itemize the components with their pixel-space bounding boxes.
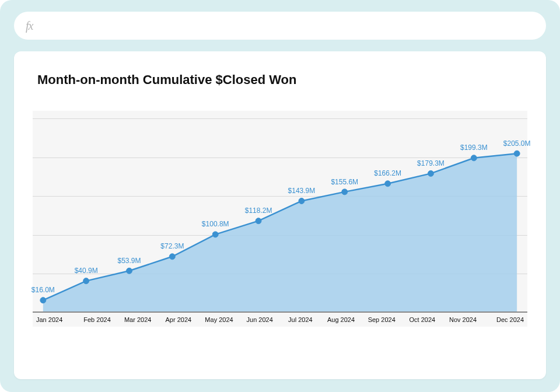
x-tick: Mar 2024: [117, 313, 158, 327]
x-tick: Dec 2024: [483, 313, 527, 327]
data-label: $199.3M: [460, 144, 488, 152]
chart-svg: [33, 111, 527, 313]
fx-icon: fx: [26, 19, 33, 33]
data-point[interactable]: [127, 268, 132, 274]
data-label: $155.6M: [331, 178, 358, 186]
x-tick: Aug 2024: [321, 313, 362, 327]
data-point[interactable]: [299, 198, 304, 204]
data-point[interactable]: [169, 254, 175, 260]
data-label: $72.3M: [160, 242, 184, 250]
chart-plot: $16.0M$40.9M$53.9M$72.3M$100.8M$118.2M$1…: [33, 111, 527, 327]
data-label: $53.9M: [118, 257, 141, 265]
x-tick: Jun 2024: [239, 313, 280, 327]
x-tick: Sep 2024: [361, 313, 402, 327]
data-point[interactable]: [83, 278, 89, 284]
x-tick: Apr 2024: [158, 313, 199, 327]
x-tick: Nov 2024: [443, 313, 484, 327]
data-point[interactable]: [212, 232, 218, 237]
area-fill: [43, 153, 517, 313]
data-label: $100.8M: [202, 220, 229, 228]
data-point[interactable]: [428, 170, 434, 176]
x-tick: Feb 2024: [77, 313, 118, 327]
data-point[interactable]: [471, 155, 477, 161]
data-label: $166.2M: [374, 169, 401, 177]
app-shell: fx Month-on-month Cumulative $Closed Won…: [0, 0, 560, 392]
data-label: $40.9M: [75, 267, 98, 275]
chart-card: Month-on-month Cumulative $Closed Won $1…: [14, 51, 546, 379]
data-label: $118.2M: [245, 206, 272, 215]
chart-title: Month-on-month Cumulative $Closed Won: [37, 72, 530, 88]
data-point[interactable]: [385, 181, 391, 187]
data-label: $143.9M: [288, 187, 316, 195]
x-tick: Jan 2024: [33, 313, 77, 327]
formula-bar[interactable]: fx: [14, 12, 546, 40]
data-label: $205.0M: [503, 139, 531, 148]
x-tick: Jul 2024: [280, 313, 321, 327]
x-tick: May 2024: [199, 313, 240, 327]
x-axis: Jan 2024Feb 2024Mar 2024Apr 2024May 2024…: [33, 313, 527, 327]
data-label: $16.0M: [32, 286, 55, 294]
data-point[interactable]: [40, 298, 46, 303]
chart-inner: $16.0M$40.9M$53.9M$72.3M$100.8M$118.2M$1…: [33, 111, 527, 313]
data-point[interactable]: [342, 189, 348, 195]
x-tick: Oct 2024: [402, 313, 443, 327]
data-label: $179.3M: [417, 159, 444, 167]
data-point[interactable]: [256, 218, 261, 224]
data-point[interactable]: [514, 150, 520, 156]
